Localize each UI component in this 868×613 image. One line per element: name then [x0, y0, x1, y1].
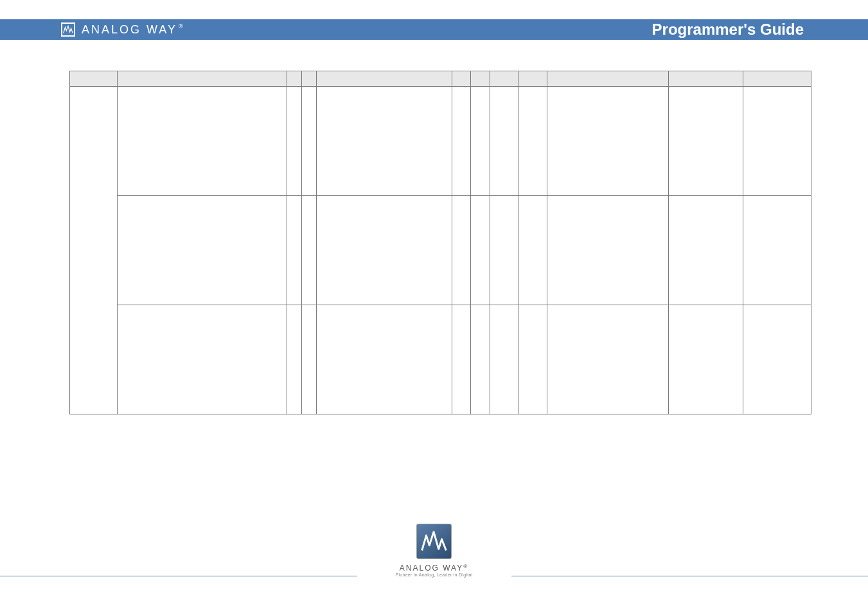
footer-logo: ANALOG WAY® Pioneer in Analog, Leader in… [0, 524, 868, 577]
logo-icon [62, 24, 74, 35]
th-8 [518, 71, 547, 87]
th-10 [669, 71, 743, 87]
th-4 [316, 71, 452, 87]
cell [117, 305, 287, 414]
cell [547, 196, 669, 305]
cell [518, 196, 547, 305]
th-0 [70, 71, 118, 87]
cell [518, 87, 547, 196]
cell [743, 196, 811, 305]
footer-brand: ANALOG WAY® [0, 564, 868, 573]
table-row [70, 305, 811, 414]
cell [301, 305, 316, 414]
cell [287, 305, 301, 414]
cell [316, 196, 452, 305]
footer-rule [0, 575, 868, 577]
cell [301, 87, 316, 196]
th-6 [471, 71, 490, 87]
cell [669, 305, 743, 414]
cell [743, 87, 811, 196]
cell-group [70, 87, 118, 414]
cell [669, 196, 743, 305]
th-3 [301, 71, 316, 87]
cell [669, 87, 743, 196]
cell [287, 87, 301, 196]
th-2 [287, 71, 301, 87]
cell [743, 305, 811, 414]
brand-name-text: ANALOG WAY [82, 23, 177, 36]
cell [301, 196, 316, 305]
brand-logo-mark [61, 22, 75, 37]
cell [287, 196, 301, 305]
table-row [70, 87, 811, 196]
cell [471, 196, 490, 305]
th-1 [117, 71, 287, 87]
footer-logo-icon [417, 524, 451, 558]
footer-rule-right [511, 576, 869, 576]
th-5 [452, 71, 471, 87]
cell [490, 305, 518, 414]
cell [452, 87, 471, 196]
footer-rule-left [0, 576, 357, 576]
cell [490, 196, 518, 305]
footer-brand-text: ANALOG WAY [400, 564, 463, 573]
cell [471, 87, 490, 196]
cell [117, 196, 287, 305]
table [69, 71, 811, 414]
cell [452, 305, 471, 414]
page-title: Programmer's Guide [652, 21, 804, 39]
th-11 [743, 71, 811, 87]
cell [471, 305, 490, 414]
brand-registered: ® [179, 23, 185, 30]
cell [117, 87, 287, 196]
cell [316, 305, 452, 414]
th-7 [490, 71, 518, 87]
command-table [69, 71, 811, 414]
header-band: ANALOG WAY® Programmer's Guide [0, 19, 868, 40]
cell [518, 305, 547, 414]
table-row [70, 196, 811, 305]
brand-name: ANALOG WAY® [82, 23, 185, 37]
footer-logo-mark [416, 524, 452, 559]
cell [490, 87, 518, 196]
cell [316, 87, 452, 196]
footer-brand-registered: ® [463, 564, 468, 569]
cell [547, 305, 669, 414]
cell [452, 196, 471, 305]
th-9 [547, 71, 669, 87]
table-header-row [70, 71, 811, 87]
cell [547, 87, 669, 196]
